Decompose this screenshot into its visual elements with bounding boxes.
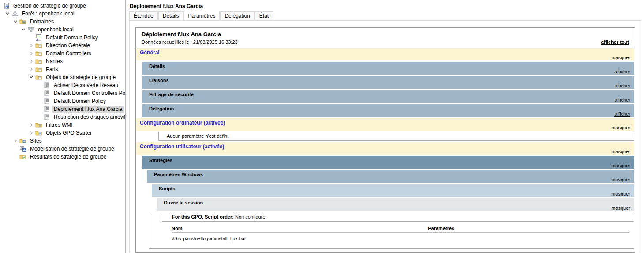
- forest-icon: [11, 10, 19, 17]
- subsection-title: Détails: [142, 62, 634, 69]
- tab-param-tres[interactable]: Paramètres: [183, 11, 220, 20]
- chevron-right-icon[interactable]: [27, 66, 35, 73]
- tree-item-activer-d-couverte-r-seau[interactable]: Activer Découverte Réseau: [0, 81, 125, 89]
- tree-item-label: openbank.local: [37, 26, 75, 33]
- gpo-title: Déploiement f.lux Ana Garcia: [126, 0, 644, 10]
- chevron-placeholder: [35, 106, 43, 113]
- table-cell: [428, 233, 629, 246]
- tree-item-direction-g-n-rale[interactable]: Direction Générale: [0, 42, 125, 49]
- tree-item-label: Filtres WMI: [45, 121, 74, 128]
- tree-item-openbank-local[interactable]: openbank.local: [0, 26, 125, 34]
- gpmc-console-icon: [3, 2, 10, 9]
- modeling-icon: [19, 145, 26, 152]
- tree-item-default-domain-controllers-po[interactable]: Default Domain Controllers Po: [0, 89, 125, 97]
- wmi-folder-icon: [35, 121, 42, 128]
- report-subsection-header: Délégationafficher: [142, 104, 634, 117]
- hide-link[interactable]: masquer: [611, 205, 630, 211]
- tree-item-restriction-des-disques-amovib[interactable]: Restriction des disques amovib: [0, 113, 125, 121]
- chevron-placeholder: [35, 98, 43, 105]
- tree-item-label: Objets GPO Starter: [45, 129, 93, 136]
- report-subsection-header: Paramètres Windowsmasquer: [147, 170, 634, 183]
- table-header-row: NomParamètres: [172, 224, 629, 233]
- report-subsection-header: Scriptsmasquer: [152, 184, 634, 197]
- chevron-right-icon[interactable]: [27, 50, 35, 57]
- report-title: Déploiement f.lux Ana Garcia: [142, 31, 630, 38]
- tree-item-default-domain-policy[interactable]: Default Domain Policy: [0, 34, 125, 42]
- tree-item-label: Sites: [29, 137, 43, 144]
- tree-item-label: Default Domain Controllers Po: [52, 90, 125, 97]
- tab-d-tails[interactable]: Détails: [158, 11, 183, 20]
- tree-item-label: Domaines: [29, 18, 55, 25]
- main-panel: Déploiement f.lux Ana Garcia ÉtendueDéta…: [126, 0, 644, 253]
- tab--tendue[interactable]: Étendue: [129, 11, 158, 20]
- tree-item-objets-de-strat-gie-de-groupe[interactable]: Objets de stratégie de groupe: [0, 73, 125, 81]
- report-subsection-header: Liaisonsafficher: [142, 76, 634, 89]
- tree-item-d-ploiement-f-lux-ana-garcia[interactable]: Déploiement f.lux Ana Garcia: [0, 105, 125, 113]
- domain-icon: [27, 26, 34, 33]
- chevron-placeholder: [11, 145, 19, 152]
- tree-item-for-t-openbank-local[interactable]: Forêt : openbank.local: [0, 10, 125, 18]
- chevron-right-icon[interactable]: [27, 58, 35, 65]
- chevron-down-icon[interactable]: [11, 18, 19, 25]
- chevron-placeholder: [11, 153, 19, 160]
- gpo-icon: [43, 90, 50, 97]
- hide-link[interactable]: masquer: [611, 149, 630, 154]
- report-section-header: Généralmasquer: [136, 48, 634, 60]
- hide-link[interactable]: masquer: [611, 163, 630, 168]
- report-section-header: Configuration ordinateur (activée)masque…: [136, 118, 634, 131]
- hide-link[interactable]: masquer: [611, 55, 630, 60]
- tree-item-label: Nantes: [45, 58, 64, 65]
- chevron-right-icon[interactable]: [11, 137, 19, 144]
- gpmc-window: Gestion de stratégie de groupeForêt : op…: [0, 0, 644, 253]
- tree-item-label: Direction Générale: [45, 42, 91, 49]
- subsection-title: Paramètres Windows: [147, 170, 634, 177]
- tree-item-nantes[interactable]: Nantes: [0, 57, 125, 65]
- tab-d-l-gation[interactable]: Délégation: [220, 11, 254, 20]
- tree-item-label: Default Domain Policy: [45, 34, 99, 41]
- tree-item-label: Paris: [45, 66, 59, 73]
- column-header-nom: Nom: [172, 224, 428, 233]
- report-collected-date: Données recueillies le : 21/03/2025 16:3…: [142, 39, 630, 45]
- hide-link[interactable]: masquer: [611, 177, 630, 182]
- tree-item-objets-gpo-starter[interactable]: Objets GPO Starter: [0, 129, 125, 137]
- show-link[interactable]: afficher: [614, 83, 630, 88]
- chevron-right-icon[interactable]: [27, 42, 35, 49]
- ou-folder-icon: [35, 42, 42, 49]
- report-subsection-header: Filtrage de sécuritéafficher: [142, 90, 634, 103]
- tree-item-domain-controllers[interactable]: Domain Controllers: [0, 49, 125, 57]
- ou-folder-icon: [35, 66, 42, 73]
- tree-item-default-domain-policy[interactable]: Default Domain Policy: [0, 97, 125, 105]
- show-link[interactable]: afficher: [614, 97, 630, 102]
- ou-folder-icon: [35, 58, 42, 65]
- chevron-down-icon[interactable]: [27, 74, 35, 81]
- chevron-down-icon[interactable]: [4, 10, 11, 17]
- show-link[interactable]: afficher: [614, 111, 630, 117]
- tree-item-label: Modélisation de stratégie de groupe: [29, 145, 116, 152]
- chevron-down-icon[interactable]: [19, 26, 27, 33]
- chevron-right-icon[interactable]: [27, 121, 35, 128]
- column-header-param-tres: Paramètres: [428, 224, 629, 233]
- section-title: Configuration utilisateur (activée): [136, 142, 634, 150]
- tree-item-filtres-wmi[interactable]: Filtres WMI: [0, 121, 125, 129]
- hide-link[interactable]: masquer: [611, 125, 630, 130]
- tab-bar: ÉtendueDétailsParamètresDélégationÉtat: [126, 10, 644, 20]
- tree-item-gestion-de-strat-gie-de-groupe[interactable]: Gestion de stratégie de groupe: [0, 2, 125, 10]
- section-title: Configuration ordinateur (activée): [136, 118, 634, 126]
- tree-item-sites[interactable]: Sites: [0, 137, 125, 145]
- show-link[interactable]: afficher: [614, 69, 630, 74]
- ou-folder-icon: [35, 50, 42, 57]
- hide-link[interactable]: masquer: [611, 191, 630, 196]
- report-header: Déploiement f.lux Ana Garcia Données rec…: [136, 28, 634, 47]
- report-subsection-header: Ouvrir la sessionmasquer: [157, 198, 634, 211]
- tree-item-r-sultats-de-strat-gie-de-groupe[interactable]: Résultats de stratégie de groupe: [0, 153, 125, 161]
- tree-item-domaines[interactable]: Domaines: [0, 18, 125, 26]
- tab--tat[interactable]: État: [255, 11, 273, 20]
- chevron-right-icon[interactable]: [27, 129, 35, 136]
- show-all-link[interactable]: afficher tout: [601, 39, 629, 45]
- tree-item-mod-lisation-de-strat-gie-de-groupe[interactable]: Modélisation de stratégie de groupe: [0, 145, 125, 153]
- report-section-header: Configuration utilisateur (activée)masqu…: [136, 142, 634, 155]
- tree-item-label: Domain Controllers: [45, 50, 93, 57]
- gpo-icon: [43, 98, 50, 105]
- chevron-placeholder: [27, 34, 35, 41]
- tree-item-paris[interactable]: Paris: [0, 65, 125, 73]
